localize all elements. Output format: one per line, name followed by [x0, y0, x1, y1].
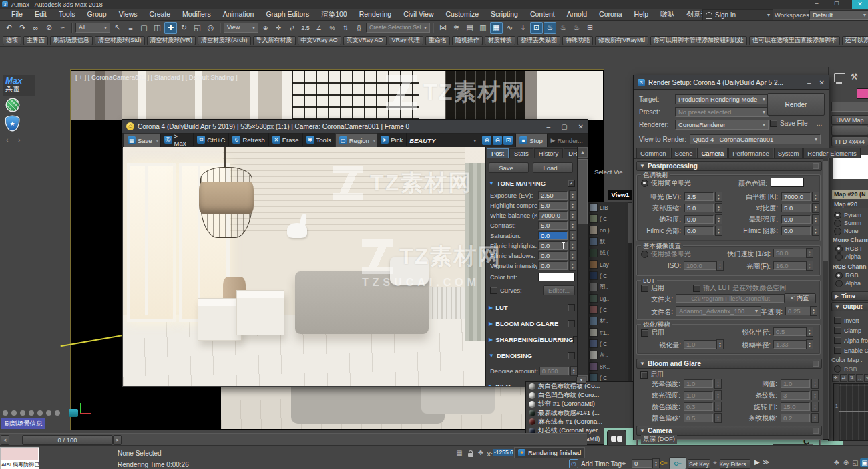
- lut-builtin-button[interactable]: < 内置: [784, 293, 816, 303]
- save-file-option[interactable]: Save File: [770, 120, 808, 127]
- modifier-slot-button[interactable]: [831, 126, 868, 136]
- curves-editor-button[interactable]: Editor...: [543, 285, 575, 295]
- selection-filter-dropdown[interactable]: All: [75, 23, 110, 33]
- maximize-button[interactable]: ▢: [829, 0, 844, 8]
- vfb-tab[interactable]: Post: [487, 148, 509, 158]
- param-value[interactable]: 1.0: [684, 391, 713, 400]
- param-value[interactable]: 3: [781, 391, 810, 400]
- param-value[interactable]: 1.0: [781, 379, 810, 388]
- render-setup-tab[interactable]: Render Elements: [803, 148, 860, 158]
- camera-rollout[interactable]: ▼ Camera: [636, 426, 822, 436]
- spinner[interactable]: [569, 241, 576, 251]
- tone-param-value[interactable]: 5.0: [538, 201, 568, 210]
- menu-item[interactable]: Civil View: [397, 10, 439, 19]
- vfb-section-header[interactable]: ▶ BLOOM AND GLARE: [486, 315, 578, 331]
- browser-item[interactable]: ( C: [588, 270, 628, 281]
- dot-icon[interactable]: [3, 410, 8, 416]
- menu-item[interactable]: File: [5, 10, 29, 19]
- spinner[interactable]: [812, 214, 819, 224]
- toolbar-icon[interactable]: ▤: [463, 22, 476, 34]
- render-setup-tab[interactable]: Common: [636, 148, 670, 158]
- vfb-toolbar-button[interactable]: ✱ Tools: [303, 133, 335, 146]
- spinner[interactable]: [812, 226, 819, 236]
- browser-item[interactable]: 8K..: [588, 361, 628, 372]
- browser-item[interactable]: 图..: [588, 281, 628, 293]
- lut-enable-checkbox[interactable]: [641, 285, 648, 292]
- uvw-map-modifier-button[interactable]: UVW Map: [831, 115, 868, 125]
- browser-menu-fragment[interactable]: Select Vie: [594, 168, 623, 176]
- menu-item[interactable]: 啵哒: [654, 10, 680, 19]
- vfb-section-header[interactable]: ▶ LUT: [486, 299, 578, 315]
- vfb-tab[interactable]: History: [534, 148, 564, 158]
- lut-file-dropdown[interactable]: Adanmq_Advantix_100: [676, 306, 761, 316]
- menu-item[interactable]: Scripting: [485, 10, 524, 19]
- param-value[interactable]: 0.2: [781, 414, 810, 422]
- menu-item[interactable]: Views: [113, 10, 144, 19]
- browser-item[interactable]: ( C: [588, 213, 628, 224]
- spinner[interactable]: [652, 458, 660, 468]
- browser-item[interactable]: on ): [588, 224, 628, 236]
- rollout-pin[interactable]: [813, 361, 819, 367]
- spinner[interactable]: [715, 192, 722, 202]
- script-button[interactable]: 重命名: [425, 36, 450, 45]
- iso-value[interactable]: 100.0: [684, 261, 718, 270]
- frame-step-arrows[interactable]: ◂▸: [621, 460, 626, 466]
- radio[interactable]: [834, 220, 841, 227]
- render-setup-titlebar[interactable]: 3 Render Setup: Corona 4 (DailyBuild Apr…: [634, 75, 829, 90]
- browser-item[interactable]: 默..: [588, 236, 628, 247]
- material-list-item[interactable]: 白色凹凸布纹 (Coro...: [526, 391, 635, 400]
- toolbar-icon[interactable]: {}: [353, 22, 365, 34]
- dot-icon[interactable]: [11, 410, 17, 416]
- antivirus-widget[interactable]: AISL病毒防御已.: [0, 447, 39, 469]
- browser-item[interactable]: ( C: [588, 338, 628, 349]
- spinner[interactable]: [806, 248, 813, 258]
- browser-item[interactable]: Lay: [588, 259, 628, 270]
- spinner[interactable]: [806, 261, 813, 271]
- vfb-minimize-button[interactable]: –: [547, 123, 551, 130]
- render-setup-tab[interactable]: Camera: [697, 148, 728, 158]
- spinner[interactable]: [812, 203, 819, 213]
- ffd-modifier-button[interactable]: FFD 4x4x4: [831, 136, 868, 146]
- toolbar-icon[interactable]: ◎: [204, 22, 217, 34]
- radio[interactable]: [834, 212, 841, 219]
- script-button[interactable]: VRay 代理: [389, 36, 424, 45]
- play-button[interactable]: ▶: [754, 458, 760, 466]
- checkbox[interactable]: [834, 327, 841, 334]
- output-curve-graph[interactable]: 1: [833, 383, 868, 441]
- output-rollout[interactable]: ▼ Output: [831, 302, 868, 311]
- browser-item[interactable]: 灰..: [588, 349, 628, 361]
- spinner[interactable]: [569, 210, 576, 220]
- display-tab-icon[interactable]: [834, 73, 845, 82]
- spinner[interactable]: [569, 190, 576, 200]
- spinner[interactable]: [569, 200, 576, 210]
- tone-param-value[interactable]: 2.50: [538, 191, 568, 200]
- spinner[interactable]: [715, 226, 722, 236]
- vfb-zoom-icon[interactable]: ⊖: [493, 136, 502, 145]
- spinner[interactable]: [811, 413, 819, 423]
- script-button[interactable]: 修改所有VRayMtl: [595, 36, 648, 45]
- vfb-section-header[interactable]: ▶ SHARPENING/BLURRING: [486, 331, 578, 347]
- lut-folder-path[interactable]: C:\Program Files\Corona\lut: [676, 294, 785, 303]
- script-button[interactable]: 材质转换: [485, 36, 515, 45]
- toolbar-icon[interactable]: ▥: [477, 22, 489, 34]
- browser-item[interactable]: 材..: [588, 315, 628, 327]
- radio[interactable]: [835, 245, 843, 253]
- param-value[interactable]: 0.0: [684, 226, 714, 235]
- vfb-toolbar-button[interactable]: ➤ Pick: [377, 133, 407, 146]
- param-value[interactable]: 2.5: [684, 192, 714, 201]
- vfb-toolbar-button[interactable]: ↻ Refresh: [229, 133, 268, 146]
- bloom-glare-rollout[interactable]: ▼ Bloom and Glare: [636, 359, 822, 369]
- renderer-dropdown[interactable]: CoronaRenderer: [675, 120, 769, 130]
- checkbox[interactable]: [834, 317, 841, 324]
- shutter-value[interactable]: 50.0: [773, 249, 808, 257]
- spinner[interactable]: [810, 306, 817, 316]
- key-filters-button[interactable]: Key Filters...: [720, 459, 750, 469]
- rollout-pin[interactable]: [813, 163, 819, 169]
- script-button[interactable]: 你可以用脚本管理添加按钮到此处: [650, 36, 747, 45]
- param-value[interactable]: 0.0: [781, 215, 811, 224]
- tone-param-value[interactable]: 5.0: [538, 221, 568, 230]
- antivirus-logo[interactable]: Max 杀毒: [3, 75, 35, 96]
- current-frame-field[interactable]: 0: [632, 459, 654, 468]
- camera-exposure-radio[interactable]: [641, 251, 648, 258]
- spinner[interactable]: [812, 192, 819, 202]
